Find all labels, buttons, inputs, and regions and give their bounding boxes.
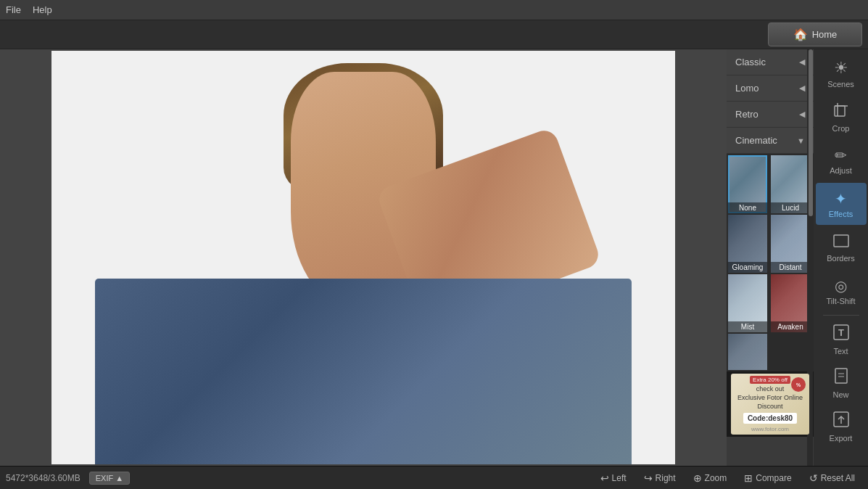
category-lomo-arrow: ◀ [799, 83, 805, 93]
text-label: Text [833, 347, 848, 356]
scroll-thumb [809, 49, 813, 216]
adjust-icon: ✏ [835, 147, 847, 164]
menu-help[interactable]: Help [33, 4, 52, 15]
toolbar-export[interactable]: Export [816, 406, 867, 448]
category-retro[interactable]: Retro ◀ [727, 102, 814, 128]
scenes-label: Scenes [827, 80, 854, 89]
toolbar-new[interactable]: New [816, 362, 867, 404]
photo-shirt [95, 279, 632, 465]
exif-icon: ▲ [115, 474, 123, 482]
home-icon: 🏠 [793, 28, 808, 41]
effect-awaken[interactable]: Awaken [771, 274, 810, 332]
effects-panel: Classic ◀ Lomo ◀ Retro ◀ Cinematic ▼ Non… [727, 49, 814, 466]
toolbar-separator [823, 315, 859, 316]
category-classic-label: Classic [735, 57, 766, 67]
photo-canvas [51, 51, 675, 464]
statusbar: 5472*3648/3.60MB EXIF ▲ ↩ Left ↪ Right ⊕… [0, 466, 868, 489]
zoom-label: Zoom [705, 473, 727, 483]
right-toolbar: ☀ Scenes Crop ✏ Adjust ✦ Effects [814, 49, 868, 466]
ad-inner: % Extra 20% off check out Exclusive Foto… [731, 374, 809, 435]
new-label: New [832, 390, 848, 399]
toolbar-effects[interactable]: ✦ Effects [816, 183, 867, 225]
export-label: Export [830, 434, 853, 443]
menubar: File Help [0, 0, 868, 20]
effect-gloaming[interactable]: Gloaming [728, 215, 767, 273]
category-lomo-label: Lomo [735, 83, 759, 94]
statusbar-actions: ↩ Left ↪ Right ⊕ Zoom ⊞ Compare ↺ Reset … [593, 470, 862, 486]
effect-none-label: None [728, 202, 767, 213]
toolbar-tiltshift[interactable]: ◎ Tilt-Shift [816, 270, 867, 312]
category-cinematic[interactable]: Cinematic ▼ [727, 128, 814, 154]
action-right[interactable]: ↪ Right [637, 470, 683, 486]
effect-none[interactable]: None [728, 155, 767, 213]
reset-label: Reset All [821, 473, 855, 483]
right-icon: ↪ [644, 472, 653, 484]
top-bar: 🏠 Home [0, 20, 868, 49]
canvas-area [0, 49, 727, 466]
borders-icon [833, 233, 849, 252]
exif-label: EXIF [96, 474, 113, 482]
action-compare[interactable]: ⊞ Compare [737, 470, 798, 486]
effect-mist[interactable]: Mist [728, 274, 767, 332]
left-icon: ↩ [600, 472, 609, 484]
crop-icon [833, 102, 849, 122]
tiltshift-label: Tilt-Shift [827, 297, 856, 305]
toolbar-scenes[interactable]: ☀ Scenes [816, 52, 867, 94]
toolbar-text[interactable]: T Text [816, 319, 867, 361]
toolbar-crop[interactable]: Crop [816, 96, 867, 138]
category-classic[interactable]: Classic ◀ [727, 49, 814, 75]
crop-label: Crop [832, 124, 850, 133]
effects-icon: ✦ [835, 190, 847, 207]
toolbar-adjust[interactable]: ✏ Adjust [816, 139, 867, 181]
cinematic-thumbnails: None Lucid Gloaming Distant Mist [727, 154, 814, 371]
effect-last[interactable] [728, 334, 767, 370]
reset-icon: ↺ [809, 472, 818, 484]
effect-distant[interactable]: Distant [771, 215, 810, 273]
compare-icon: ⊞ [744, 472, 753, 484]
home-label: Home [812, 29, 838, 40]
svg-rect-6 [835, 369, 847, 383]
zoom-icon: ⊕ [693, 472, 702, 484]
main-area: Classic ◀ Lomo ◀ Retro ◀ Cinematic ▼ Non… [0, 49, 868, 466]
category-retro-label: Retro [735, 109, 759, 120]
action-zoom[interactable]: ⊕ Zoom [686, 470, 735, 486]
effect-mist-label: Mist [728, 321, 767, 332]
category-retro-arrow: ◀ [799, 110, 805, 119]
left-label: Left [612, 473, 627, 483]
compare-label: Compare [756, 473, 791, 483]
exif-button[interactable]: EXIF ▲ [89, 472, 130, 485]
category-cinematic-label: Cinematic [735, 135, 777, 146]
borders-label: Borders [827, 254, 855, 263]
file-info: 5472*3648/3.60MB [6, 473, 80, 483]
ad-brand: Exclusive Fotor Online Discount [731, 394, 809, 411]
category-cinematic-arrow: ▼ [797, 136, 805, 145]
effects-label: Effects [829, 210, 853, 218]
ad-badge: Extra 20% off [750, 376, 790, 384]
export-icon [833, 411, 849, 432]
svg-rect-3 [834, 235, 848, 247]
effect-lucid-label: Lucid [771, 202, 810, 213]
menu-file[interactable]: File [6, 4, 21, 15]
home-button[interactable]: 🏠 Home [768, 22, 862, 46]
category-classic-arrow: ◀ [799, 57, 805, 67]
effect-last-preview [728, 334, 767, 370]
svg-rect-0 [835, 106, 845, 116]
right-label: Right [656, 473, 676, 483]
ad-code: Code:desk80 [743, 413, 797, 424]
tiltshift-icon: ◎ [835, 277, 847, 295]
new-icon [833, 368, 849, 388]
text-icon: T [833, 324, 849, 345]
effect-awaken-label: Awaken [771, 321, 810, 332]
svg-text:T: T [838, 327, 844, 338]
ad-circle: % [791, 377, 806, 392]
adjust-label: Adjust [830, 166, 852, 175]
action-left[interactable]: ↩ Left [593, 470, 634, 486]
effect-lucid[interactable]: Lucid [771, 155, 810, 213]
ad-banner[interactable]: % Extra 20% off check out Exclusive Foto… [727, 371, 814, 437]
category-lomo[interactable]: Lomo ◀ [727, 75, 814, 102]
ad-subtext: check out [756, 385, 785, 394]
scenes-icon: ☀ [834, 59, 848, 78]
effect-gloaming-label: Gloaming [728, 262, 767, 273]
action-reset-all[interactable]: ↺ Reset All [802, 470, 862, 486]
toolbar-borders[interactable]: Borders [816, 226, 867, 268]
